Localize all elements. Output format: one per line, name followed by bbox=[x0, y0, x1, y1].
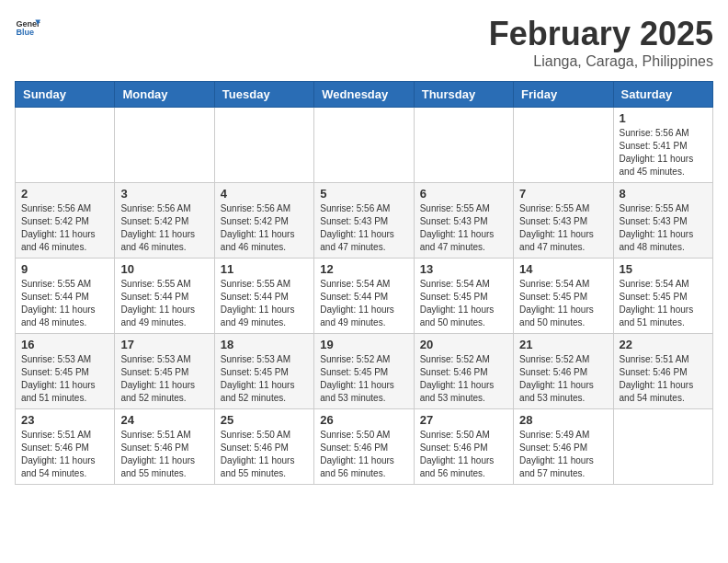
day-number: 24 bbox=[120, 413, 208, 427]
day-info: Sunrise: 5:50 AM Sunset: 5:46 PM Dayligh… bbox=[420, 429, 507, 480]
title-area: February 2025 Lianga, Caraga, Philippine… bbox=[489, 15, 713, 70]
day-number: 10 bbox=[120, 262, 208, 276]
day-info: Sunrise: 5:55 AM Sunset: 5:43 PM Dayligh… bbox=[519, 202, 607, 254]
calendar-cell: 12Sunrise: 5:54 AM Sunset: 5:44 PM Dayli… bbox=[314, 259, 414, 334]
calendar-cell: 13Sunrise: 5:54 AM Sunset: 5:45 PM Dayli… bbox=[414, 259, 513, 334]
calendar-cell bbox=[16, 108, 115, 183]
calendar-header: SundayMondayTuesdayWednesdayThursdayFrid… bbox=[16, 82, 713, 108]
weekday-header-monday: Monday bbox=[115, 82, 214, 108]
weekday-header-saturday: Saturday bbox=[613, 82, 712, 108]
day-info: Sunrise: 5:55 AM Sunset: 5:43 PM Dayligh… bbox=[620, 202, 707, 254]
day-number: 5 bbox=[320, 187, 407, 201]
day-info: Sunrise: 5:56 AM Sunset: 5:43 PM Dayligh… bbox=[320, 202, 407, 254]
calendar-cell: 17Sunrise: 5:53 AM Sunset: 5:45 PM Dayli… bbox=[115, 334, 214, 409]
calendar-cell: 4Sunrise: 5:56 AM Sunset: 5:42 PM Daylig… bbox=[214, 183, 313, 259]
day-number: 25 bbox=[221, 413, 308, 427]
day-info: Sunrise: 5:52 AM Sunset: 5:45 PM Dayligh… bbox=[320, 353, 407, 405]
day-number: 11 bbox=[221, 262, 308, 276]
day-info: Sunrise: 5:54 AM Sunset: 5:44 PM Dayligh… bbox=[320, 278, 407, 329]
calendar-cell: 20Sunrise: 5:52 AM Sunset: 5:46 PM Dayli… bbox=[414, 334, 513, 409]
day-info: Sunrise: 5:51 AM Sunset: 5:46 PM Dayligh… bbox=[120, 429, 208, 480]
day-number: 2 bbox=[21, 187, 108, 201]
calendar-cell: 11Sunrise: 5:55 AM Sunset: 5:44 PM Dayli… bbox=[214, 259, 313, 334]
calendar-week-3: 9Sunrise: 5:55 AM Sunset: 5:44 PM Daylig… bbox=[16, 259, 713, 334]
calendar-cell: 5Sunrise: 5:56 AM Sunset: 5:43 PM Daylig… bbox=[314, 183, 414, 259]
day-info: Sunrise: 5:52 AM Sunset: 5:46 PM Dayligh… bbox=[519, 353, 607, 405]
day-number: 14 bbox=[519, 262, 607, 276]
day-number: 28 bbox=[519, 413, 607, 427]
day-info: Sunrise: 5:55 AM Sunset: 5:44 PM Dayligh… bbox=[120, 278, 208, 329]
calendar-week-1: 1Sunrise: 5:56 AM Sunset: 5:41 PM Daylig… bbox=[16, 108, 713, 183]
day-info: Sunrise: 5:54 AM Sunset: 5:45 PM Dayligh… bbox=[620, 278, 707, 329]
day-info: Sunrise: 5:51 AM Sunset: 5:46 PM Dayligh… bbox=[21, 429, 108, 480]
day-info: Sunrise: 5:53 AM Sunset: 5:45 PM Dayligh… bbox=[120, 353, 208, 405]
calendar-cell: 18Sunrise: 5:53 AM Sunset: 5:45 PM Dayli… bbox=[214, 334, 313, 409]
day-number: 21 bbox=[519, 338, 607, 351]
calendar-cell: 26Sunrise: 5:50 AM Sunset: 5:46 PM Dayli… bbox=[314, 409, 414, 485]
day-number: 13 bbox=[420, 262, 507, 276]
day-number: 17 bbox=[120, 338, 208, 351]
calendar-cell: 8Sunrise: 5:55 AM Sunset: 5:43 PM Daylig… bbox=[613, 183, 712, 259]
day-number: 16 bbox=[21, 338, 108, 351]
day-number: 23 bbox=[21, 413, 108, 427]
day-number: 8 bbox=[620, 187, 707, 201]
day-info: Sunrise: 5:55 AM Sunset: 5:44 PM Dayligh… bbox=[21, 278, 108, 329]
day-info: Sunrise: 5:53 AM Sunset: 5:45 PM Dayligh… bbox=[221, 353, 308, 405]
svg-text:Blue: Blue bbox=[16, 28, 34, 37]
day-number: 4 bbox=[221, 187, 308, 201]
day-info: Sunrise: 5:55 AM Sunset: 5:43 PM Dayligh… bbox=[420, 202, 507, 254]
calendar-cell bbox=[214, 108, 313, 183]
day-info: Sunrise: 5:56 AM Sunset: 5:42 PM Dayligh… bbox=[221, 202, 308, 254]
day-info: Sunrise: 5:56 AM Sunset: 5:42 PM Dayligh… bbox=[120, 202, 208, 254]
calendar-cell: 6Sunrise: 5:55 AM Sunset: 5:43 PM Daylig… bbox=[414, 183, 513, 259]
calendar-cell bbox=[613, 409, 712, 485]
calendar-cell: 24Sunrise: 5:51 AM Sunset: 5:46 PM Dayli… bbox=[115, 409, 214, 485]
day-number: 9 bbox=[21, 262, 108, 276]
day-number: 26 bbox=[320, 413, 407, 427]
calendar-week-4: 16Sunrise: 5:53 AM Sunset: 5:45 PM Dayli… bbox=[16, 334, 713, 409]
calendar-cell bbox=[414, 108, 513, 183]
weekday-header-wednesday: Wednesday bbox=[314, 82, 414, 108]
weekday-header-sunday: Sunday bbox=[16, 82, 115, 108]
calendar-cell bbox=[314, 108, 414, 183]
weekday-header-thursday: Thursday bbox=[414, 82, 513, 108]
day-number: 1 bbox=[620, 111, 707, 125]
calendar-cell: 10Sunrise: 5:55 AM Sunset: 5:44 PM Dayli… bbox=[115, 259, 214, 334]
weekday-row: SundayMondayTuesdayWednesdayThursdayFrid… bbox=[16, 82, 713, 108]
calendar: SundayMondayTuesdayWednesdayThursdayFrid… bbox=[15, 81, 713, 485]
logo: General Blue bbox=[15, 15, 40, 40]
calendar-cell: 3Sunrise: 5:56 AM Sunset: 5:42 PM Daylig… bbox=[115, 183, 214, 259]
calendar-cell: 25Sunrise: 5:50 AM Sunset: 5:46 PM Dayli… bbox=[214, 409, 313, 485]
location-title: Lianga, Caraga, Philippines bbox=[489, 53, 713, 70]
calendar-cell: 2Sunrise: 5:56 AM Sunset: 5:42 PM Daylig… bbox=[16, 183, 115, 259]
day-info: Sunrise: 5:52 AM Sunset: 5:46 PM Dayligh… bbox=[420, 353, 507, 405]
calendar-cell bbox=[514, 108, 613, 183]
calendar-cell: 14Sunrise: 5:54 AM Sunset: 5:45 PM Dayli… bbox=[514, 259, 613, 334]
day-number: 15 bbox=[620, 262, 707, 276]
day-number: 7 bbox=[519, 187, 607, 201]
calendar-cell: 19Sunrise: 5:52 AM Sunset: 5:45 PM Dayli… bbox=[314, 334, 414, 409]
header: General Blue February 2025 Lianga, Carag… bbox=[15, 15, 713, 70]
weekday-header-tuesday: Tuesday bbox=[214, 82, 313, 108]
day-number: 6 bbox=[420, 187, 507, 201]
day-number: 12 bbox=[320, 262, 407, 276]
day-info: Sunrise: 5:50 AM Sunset: 5:46 PM Dayligh… bbox=[320, 429, 407, 480]
logo-icon: General Blue bbox=[15, 15, 40, 40]
day-number: 20 bbox=[420, 338, 507, 351]
calendar-cell: 27Sunrise: 5:50 AM Sunset: 5:46 PM Dayli… bbox=[414, 409, 513, 485]
day-info: Sunrise: 5:53 AM Sunset: 5:45 PM Dayligh… bbox=[21, 353, 108, 405]
day-number: 19 bbox=[320, 338, 407, 351]
day-info: Sunrise: 5:56 AM Sunset: 5:42 PM Dayligh… bbox=[21, 202, 108, 254]
calendar-cell: 15Sunrise: 5:54 AM Sunset: 5:45 PM Dayli… bbox=[613, 259, 712, 334]
day-info: Sunrise: 5:54 AM Sunset: 5:45 PM Dayligh… bbox=[519, 278, 607, 329]
day-number: 27 bbox=[420, 413, 507, 427]
day-number: 18 bbox=[221, 338, 308, 351]
calendar-cell bbox=[115, 108, 214, 183]
day-info: Sunrise: 5:50 AM Sunset: 5:46 PM Dayligh… bbox=[221, 429, 308, 480]
day-info: Sunrise: 5:49 AM Sunset: 5:46 PM Dayligh… bbox=[519, 429, 607, 480]
calendar-cell: 7Sunrise: 5:55 AM Sunset: 5:43 PM Daylig… bbox=[514, 183, 613, 259]
calendar-week-2: 2Sunrise: 5:56 AM Sunset: 5:42 PM Daylig… bbox=[16, 183, 713, 259]
calendar-week-5: 23Sunrise: 5:51 AM Sunset: 5:46 PM Dayli… bbox=[16, 409, 713, 485]
day-info: Sunrise: 5:55 AM Sunset: 5:44 PM Dayligh… bbox=[221, 278, 308, 329]
calendar-cell: 16Sunrise: 5:53 AM Sunset: 5:45 PM Dayli… bbox=[16, 334, 115, 409]
